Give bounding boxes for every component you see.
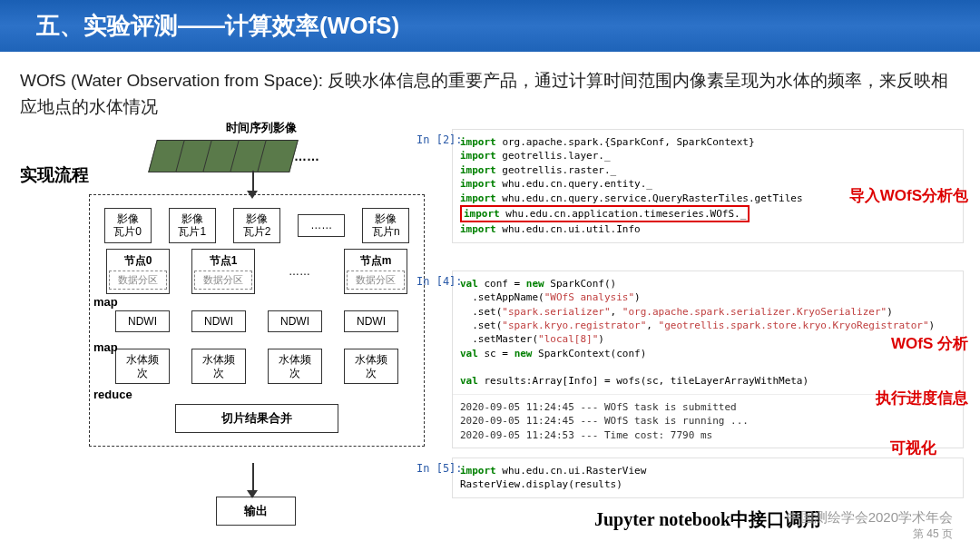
annotation-viz: 可视化	[890, 438, 936, 458]
slide-header: 五、实验评测——计算效率(WOfS)	[0, 0, 980, 52]
flow-label: 实现流程	[20, 163, 89, 187]
ellipsis: ……	[277, 261, 322, 281]
freq-cell: 水体频次	[344, 349, 398, 384]
code-block: val conf = new SparkConf() .setAppName("…	[453, 271, 963, 394]
processing-box: 影像 瓦片0 影像 瓦片1 影像 瓦片2 …… 影像 瓦片n 节点0 数据分区 …	[89, 194, 425, 447]
freq-cell: 水体频次	[268, 349, 322, 384]
ndwi-cell: NDWI	[115, 310, 170, 332]
freq-row: 水体频次 水体频次 水体频次 水体频次	[97, 349, 416, 384]
tile-cell: 影像 瓦片0	[104, 208, 152, 243]
tile-cell: 影像 瓦片1	[169, 208, 216, 243]
timeseries-block: 时间序列影像 ……	[152, 120, 370, 172]
nodes-row: 节点0 数据分区 节点1 数据分区 …… 节点m 数据分区	[97, 249, 416, 294]
ndwi-cell: NDWI	[268, 310, 322, 332]
ndwi-cell: NDWI	[191, 310, 246, 332]
timeseries-label: 时间序列影像	[152, 120, 370, 136]
map-label2: map	[93, 340, 118, 354]
footer-org: 中国测绘学会2020学术年会	[787, 509, 953, 526]
notebook-area: In [2]: import import org.apache.spark.{…	[416, 129, 964, 532]
annotation-analysis: WOfS 分析	[891, 333, 968, 354]
node-cell: 节点0 数据分区	[106, 249, 170, 294]
node-sub: 数据分区	[194, 271, 252, 290]
freq-cell: 水体频次	[115, 349, 170, 384]
slide-footer: 中国测绘学会2020学术年会 第 45 页	[787, 509, 953, 542]
node-cell: 节点1 数据分区	[191, 249, 255, 294]
tile-cell: 影像 瓦片2	[233, 208, 280, 243]
slide-title: 五、实验评测——计算效率(WOfS)	[36, 10, 399, 42]
notebook-cell-5: In [5]: import whu.edu.cn.ui.RasterView …	[452, 458, 964, 498]
in-prompt: In [4]:	[416, 275, 463, 288]
tile-cell: 影像 瓦片n	[362, 208, 409, 243]
flow-diagram: 时间序列影像 …… 影像 瓦片0 影像 瓦片1 影像 瓦片2 ……	[89, 129, 407, 519]
ndwi-row: NDWI NDWI NDWI NDWI	[97, 310, 416, 332]
flow-arrow-line2	[252, 463, 254, 494]
freq-cell: 水体频次	[191, 349, 246, 384]
map-label: map	[93, 295, 118, 309]
tiles-row: 影像 瓦片0 影像 瓦片1 影像 瓦片2 …… 影像 瓦片n	[97, 208, 416, 243]
annotation-progress: 执行进度信息	[876, 388, 968, 408]
in-prompt: In [5]:	[416, 462, 463, 475]
tile-cell: ……	[298, 214, 345, 236]
output-cell: 输出	[216, 497, 296, 526]
merge-cell: 切片结果合并	[175, 404, 338, 433]
merge-row: 切片结果合并	[97, 404, 416, 433]
node-title: 节点m	[347, 253, 405, 269]
description: WOfS (Water Observation from Space): 反映水…	[0, 52, 980, 129]
flow-diagram-area: 实现流程 时间序列影像 …… 影像 瓦片0 影像 瓦片1	[16, 129, 407, 532]
main-content: 实现流程 时间序列影像 …… 影像 瓦片0 影像 瓦片1	[0, 129, 980, 532]
node-title: 节点0	[109, 253, 167, 269]
node-title: 节点1	[194, 253, 252, 269]
reduce-label: reduce	[93, 388, 132, 401]
timeseries-images: ……	[152, 140, 370, 172]
node-cell: 节点m 数据分区	[344, 249, 407, 294]
notebook-cell-4: In [4]: val conf = new SparkConf() .setA…	[452, 271, 964, 448]
code-block: import whu.edu.cn.ui.RasterView RasterVi…	[453, 458, 963, 497]
node-sub: 数据分区	[347, 271, 405, 290]
highlighted-import: import whu.edu.cn.application.timeseries…	[460, 205, 750, 222]
annotation-import: 导入WOfS分析包	[849, 185, 968, 206]
footer-page: 第 45 页	[787, 526, 953, 542]
node-sub: 数据分区	[109, 271, 167, 290]
in-prompt: In [2]:	[416, 133, 463, 146]
ndwi-cell: NDWI	[344, 310, 398, 332]
